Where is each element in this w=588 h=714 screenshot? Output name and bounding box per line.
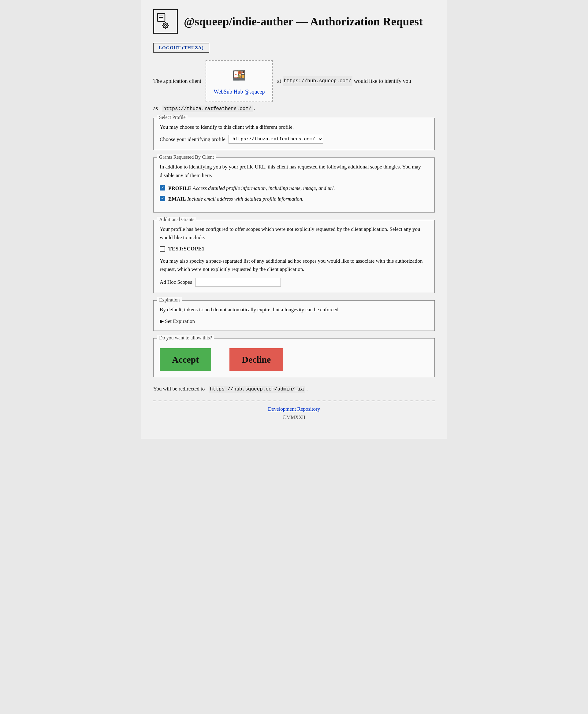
svg-point-5 <box>165 24 166 26</box>
client-box: 🍱 WebSub Hub @squeep <box>206 60 273 102</box>
adhoc-input[interactable] <box>195 278 281 286</box>
logout-button[interactable]: Logout (Thuza) <box>153 43 209 53</box>
select-profile-section: Select Profile You may choose to identif… <box>153 118 435 150</box>
action-section: Do you want to allow this? Accept Declin… <box>153 338 435 377</box>
action-legend: Do you want to allow this? <box>157 335 214 341</box>
email-label: EMAIL Include email address with detaile… <box>168 195 303 203</box>
app-logo <box>153 9 178 34</box>
adhoc-row: Ad Hoc Scopes <box>160 278 428 286</box>
email-scope-desc: Include email address with detailed prof… <box>187 196 303 202</box>
accept-button[interactable]: Accept <box>160 348 211 371</box>
expiration-section: Expiration By default, tokens issued do … <box>153 300 435 331</box>
footer-divider <box>153 401 435 401</box>
profile-scope-desc: Access detailed profile information, inc… <box>193 185 335 191</box>
redirect-after: . <box>307 386 308 392</box>
client-url: https://hub.squeep.com/ <box>283 76 353 86</box>
grants-description: In addition to identifying you by your p… <box>160 163 428 179</box>
additional-grants-section: Additional Grants Your profile has been … <box>153 220 435 293</box>
expiration-legend: Expiration <box>157 297 182 303</box>
intro-text: The application client 🍱 WebSub Hub @squ… <box>153 60 435 102</box>
intro-after-url: would like to identify you <box>354 76 411 86</box>
profile-select-row: Choose your identifying profile https://… <box>160 135 428 144</box>
email-checkbox[interactable]: ✓ <box>160 196 165 201</box>
additional-grants-legend: Additional Grants <box>157 217 196 222</box>
page-title: @squeep/indie-auther — Authorization Req… <box>184 15 423 28</box>
copyright: ©MMXXII <box>283 415 305 420</box>
redirect-url: https://hub.squeep.com/admin/_ia <box>209 386 305 393</box>
adhoc-label: Ad Hoc Scopes <box>160 279 192 285</box>
test-scope-item: TEST:SCOPE1 <box>160 246 428 252</box>
intro-before-client: The application client <box>153 76 201 86</box>
svg-line-12 <box>163 27 164 28</box>
svg-line-11 <box>167 27 168 28</box>
svg-point-4 <box>163 23 168 28</box>
client-logo-icon: 🍱 <box>213 66 265 86</box>
identity-url: https://thuza.ratfeathers.com/ <box>162 106 253 112</box>
profile-checkbox[interactable]: ✓ <box>160 185 165 191</box>
email-scope-name: EMAIL <box>168 196 186 202</box>
expiration-toggle[interactable]: ▶ Set Expiration <box>160 318 428 324</box>
profile-select-label: Choose your identifying profile <box>160 136 226 143</box>
decline-button[interactable]: Decline <box>229 348 283 371</box>
test-scope-checkbox[interactable] <box>160 246 165 252</box>
expiration-description: By default, tokens issued do not automat… <box>160 305 428 314</box>
as-line: as https://thuza.ratfeathers.com/ . <box>153 105 435 112</box>
as-text: as <box>153 105 158 111</box>
profile-label: PROFILE Access detailed profile informat… <box>168 185 335 192</box>
svg-line-10 <box>163 23 164 24</box>
profile-scope-name: PROFILE <box>168 185 191 191</box>
footer: Development Repository ©MMXXII <box>153 406 435 427</box>
svg-line-13 <box>167 23 168 24</box>
adhoc-description: You may also specify a space-separated l… <box>160 257 428 273</box>
page-header: @squeep/indie-auther — Authorization Req… <box>153 9 435 34</box>
expiration-toggle-label: Set Expiration <box>165 318 195 324</box>
logout-section: Logout (Thuza) <box>153 43 435 60</box>
intro-at: at <box>277 76 281 86</box>
dev-repo-link[interactable]: Development Repository <box>153 406 435 412</box>
action-buttons: Accept Decline <box>160 348 428 371</box>
redirect-before: You will be redirected to <box>153 386 205 392</box>
period: . <box>254 105 255 111</box>
profile-select[interactable]: https://thuza.ratfeathers.com/ <box>229 135 323 144</box>
expiration-arrow: ▶ <box>160 318 164 324</box>
scope-profile: ✓ PROFILE Access detailed profile inform… <box>160 185 428 192</box>
additional-grants-description: Your profile has been configured to offe… <box>160 225 428 242</box>
test-scope-name: TEST:SCOPE1 <box>168 246 205 252</box>
grants-requested-section: Grants Requested By Client In addition t… <box>153 157 435 212</box>
redirect-text: You will be redirected to https://hub.sq… <box>153 385 435 393</box>
client-link[interactable]: WebSub Hub @squeep <box>213 89 265 95</box>
select-profile-description: You may choose to identify to this clien… <box>160 123 428 131</box>
grants-legend: Grants Requested By Client <box>157 154 216 160</box>
scope-email: ✓ EMAIL Include email address with detai… <box>160 195 428 203</box>
select-profile-legend: Select Profile <box>157 115 188 120</box>
